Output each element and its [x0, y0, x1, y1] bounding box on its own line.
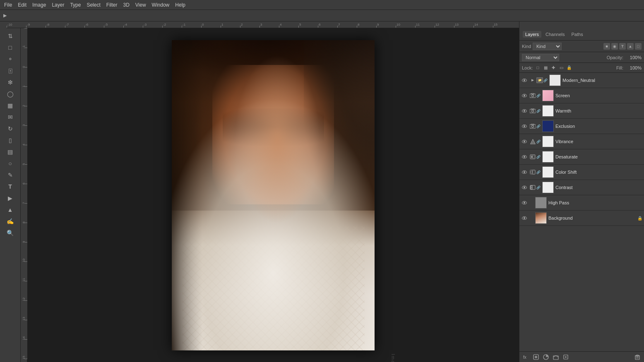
- layer-fx-button[interactable]: fx: [522, 353, 530, 361]
- layer-item-warmth[interactable]: 🔗 Warmth: [519, 103, 644, 119]
- menu-item-help[interactable]: Help: [173, 1, 188, 9]
- layer-vis-high-pass[interactable]: [521, 199, 528, 206]
- svg-marker-0: [531, 79, 534, 82]
- layer-adj-button[interactable]: [542, 353, 550, 361]
- filter-smart-icon[interactable]: □: [635, 43, 642, 50]
- layer-group-button[interactable]: [552, 353, 560, 361]
- lock-row: Lock: □ ▦ ✚ ▭ 🔒 Fill: 100%: [519, 63, 644, 73]
- tab-channels[interactable]: Channels: [543, 31, 567, 38]
- hand-tool[interactable]: ✍: [3, 216, 18, 227]
- layer-vis-warmth[interactable]: [521, 108, 528, 114]
- filter-adj-icon[interactable]: ◉: [611, 43, 618, 50]
- layer-icon-contrast: 🔗: [529, 184, 541, 191]
- high-pass-spacer: [529, 201, 533, 205]
- layer-vis-color-shift[interactable]: [521, 169, 528, 175]
- layer-vis-screen[interactable]: [521, 92, 528, 99]
- eye-icon-vibrance: [522, 140, 527, 143]
- layer-vis-background[interactable]: [521, 215, 528, 221]
- chain-icon: 🔗: [543, 78, 548, 82]
- layer-thumb-screen: [542, 90, 554, 101]
- lock-pixels-icon[interactable]: ▦: [542, 65, 549, 71]
- svg-rect-14: [533, 156, 534, 158]
- menu-item-view[interactable]: View: [133, 1, 149, 9]
- layer-vis-desaturate[interactable]: [521, 153, 528, 160]
- lock-all-icon[interactable]: 🔒: [566, 65, 572, 71]
- smart-camera-icon-warmth: [529, 108, 536, 114]
- chain-icon-desaturate: 🔗: [536, 155, 541, 159]
- layer-item-screen[interactable]: 🔗 Screen: [519, 88, 644, 103]
- layer-vis-modern-neutral[interactable]: [521, 77, 528, 84]
- tab-paths[interactable]: Paths: [569, 31, 586, 38]
- blend-mode-row: Normal Opacity: 100%: [519, 52, 644, 63]
- smart-camera-icon: [529, 92, 536, 99]
- layer-vis-exclusion[interactable]: [521, 123, 528, 129]
- gradient-tool[interactable]: ▤: [3, 146, 18, 157]
- menu-item-window[interactable]: Window: [149, 1, 172, 9]
- layer-thumb-contrast: [542, 182, 554, 193]
- menu-item-3d[interactable]: 3D: [120, 1, 132, 9]
- menu-item-select[interactable]: Select: [84, 1, 103, 9]
- canvas-area[interactable]: Image © Dustin Lucas: [27, 28, 519, 362]
- layer-item-contrast[interactable]: 🔗 Contrast: [519, 180, 644, 195]
- clone-tool[interactable]: ✉: [3, 112, 18, 122]
- ruler-vertical: [21, 28, 27, 362]
- brush-tool[interactable]: ▦: [3, 100, 18, 111]
- history-tool[interactable]: ↻: [3, 123, 18, 134]
- layer-item-high-pass[interactable]: High Pass: [519, 195, 644, 211]
- healing-tool[interactable]: ◯: [3, 89, 18, 99]
- filter-select[interactable]: Kind: [533, 43, 562, 50]
- options-bar: ▶: [0, 10, 644, 22]
- vibrance-adj-icon: [529, 138, 536, 145]
- layer-vis-vibrance[interactable]: [521, 138, 528, 145]
- svg-rect-13: [531, 156, 533, 158]
- layer-name-background: Background: [548, 216, 636, 221]
- ruler-corner: [0, 22, 7, 28]
- layer-thumb-background: [535, 212, 547, 224]
- ruler-right-spacer: [519, 22, 644, 28]
- layer-icon-modern-neutral: 📁 🔗: [529, 77, 548, 84]
- eraser-tool[interactable]: ▯: [3, 135, 18, 146]
- layer-item-vibrance[interactable]: 🔗 Vibrance: [519, 134, 644, 149]
- layers-bottom-toolbar: fx: [519, 351, 644, 362]
- layer-name-warmth: Warmth: [555, 108, 642, 113]
- layer-delete-button[interactable]: [633, 353, 642, 361]
- layer-name-exclusion: Exclusion: [555, 124, 642, 129]
- layer-new-button[interactable]: [562, 353, 570, 361]
- right-panel: Layers Channels Paths Kind Kind ■ ◉ T ▲ …: [519, 28, 644, 362]
- shape-tool[interactable]: ▲: [3, 204, 18, 215]
- layer-mask-button[interactable]: [532, 353, 540, 361]
- layer-item-modern-neutral[interactable]: 📁 🔗 Modern_Neutral: [519, 73, 644, 88]
- type-tool[interactable]: T: [3, 181, 18, 192]
- blend-mode-select[interactable]: Normal: [522, 54, 559, 61]
- layer-vis-contrast[interactable]: [521, 184, 528, 191]
- eyedropper-tool[interactable]: ❇: [3, 77, 18, 88]
- filter-pixel-icon[interactable]: ■: [603, 43, 610, 50]
- lock-transparent-icon[interactable]: □: [534, 65, 541, 71]
- filter-shape-icon[interactable]: ▲: [627, 43, 634, 50]
- path-select-tool[interactable]: ▶: [3, 193, 18, 204]
- pen-tool[interactable]: ✎: [3, 170, 18, 180]
- menu-item-filter[interactable]: Filter: [104, 1, 120, 9]
- lock-artboard-icon[interactable]: ▭: [558, 65, 565, 71]
- layers-list: 📁 🔗 Modern_Neutral: [519, 73, 644, 351]
- tab-layers[interactable]: Layers: [523, 31, 541, 38]
- lock-position-icon[interactable]: ✚: [550, 65, 557, 71]
- toolbar-left: ⇅ □ ⚬ ⍐ ❇ ◯ ▦ ✉ ↻ ▯ ▤ ○ ✎ T ▶ ▲ ✍ 🔍: [0, 28, 21, 362]
- menu-item-edit[interactable]: Edit: [15, 1, 29, 9]
- filter-type-icon[interactable]: T: [619, 43, 626, 50]
- move-tool[interactable]: ⇅: [3, 31, 18, 41]
- menu-item-type[interactable]: Type: [67, 1, 83, 9]
- dodge-tool[interactable]: ○: [3, 158, 18, 169]
- zoom-tool[interactable]: 🔍: [3, 228, 18, 238]
- menu-item-file[interactable]: File: [2, 1, 14, 9]
- menu-item-image[interactable]: Image: [30, 1, 48, 9]
- lasso-tool[interactable]: ⚬: [3, 54, 18, 65]
- layer-item-exclusion[interactable]: 🔗 Exclusion: [519, 119, 644, 134]
- select-tool[interactable]: □: [3, 42, 18, 53]
- svg-point-5: [532, 110, 534, 112]
- layer-item-background[interactable]: Background 🔒: [519, 211, 644, 226]
- menu-item-layer[interactable]: Layer: [49, 1, 67, 9]
- layer-item-color-shift[interactable]: 🔗 Color Shift: [519, 165, 644, 180]
- crop-tool[interactable]: ⍐: [3, 65, 18, 76]
- layer-item-desaturate[interactable]: 🔗 Desaturate: [519, 149, 644, 165]
